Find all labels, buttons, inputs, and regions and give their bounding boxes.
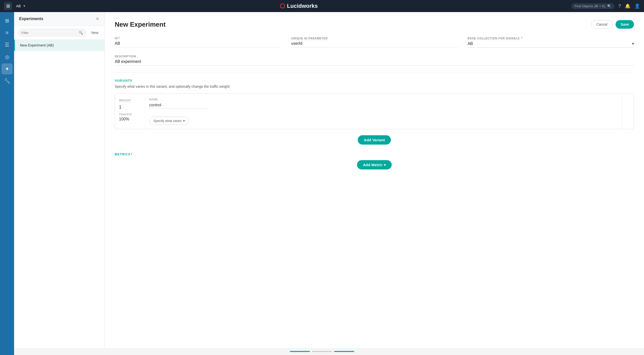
add-metric-label: Add Metric bbox=[363, 163, 383, 167]
app-logo[interactable]: ⊞ bbox=[4, 2, 12, 10]
find-objects-bar[interactable]: Find Objects (⌘ + K) 🔍 bbox=[572, 3, 614, 9]
left-panel: Experiments ✕ 🔍 New New Experiment (AB) bbox=[14, 12, 105, 355]
variants-desc: Specify what varies in this variant, and… bbox=[115, 84, 634, 88]
panel-header: Experiments ✕ bbox=[14, 12, 104, 26]
scroll-tab-3 bbox=[334, 351, 354, 352]
specify-dropdown-icon: ▾ bbox=[183, 119, 185, 123]
specify-what-varies-button[interactable]: Specify what varies ▾ bbox=[149, 117, 189, 125]
brand-name: Lucidworks bbox=[287, 3, 318, 9]
weight-value[interactable]: 1 bbox=[119, 105, 141, 110]
id-field: ID* AB bbox=[115, 37, 281, 48]
variants-label: VARIANTS bbox=[115, 79, 634, 82]
right-panel: New Experiment Cancel Save ID* AB UNIQUE… bbox=[105, 12, 644, 355]
unique-id-label: UNIQUE ID PARAMETER bbox=[291, 37, 457, 40]
scroll-indicator bbox=[0, 348, 644, 355]
variant-row: WEIGHT 1 TRAFFIC 100% NAME Specify what … bbox=[115, 94, 634, 129]
unique-id-value[interactable]: userId bbox=[291, 41, 457, 48]
top-nav: ⊞ AB ▼ ⬡ Lucidworks Find Objects (⌘ + K)… bbox=[0, 0, 644, 12]
experiment-item[interactable]: New Experiment (AB) bbox=[14, 40, 104, 51]
experiment-list: New Experiment (AB) bbox=[14, 40, 104, 355]
sidebar: ⊞ ≡ ☰ ◎ ✦ 🔧 bbox=[0, 12, 14, 355]
scroll-tab-1 bbox=[290, 351, 310, 352]
panel-title: Experiments bbox=[19, 17, 43, 21]
filter-search-icon: 🔍 bbox=[79, 31, 83, 35]
field-row-1: ID* AB UNIQUE ID PARAMETER userId BASE C… bbox=[115, 37, 634, 48]
name-label: NAME bbox=[149, 98, 618, 101]
cancel-button[interactable]: Cancel bbox=[591, 20, 613, 29]
user-icon[interactable]: 👤 bbox=[634, 3, 640, 9]
variant-name-input[interactable] bbox=[149, 103, 210, 109]
app-selector-chevron: ▼ bbox=[23, 4, 26, 8]
add-variant-wrap: Add Variant bbox=[115, 135, 634, 145]
base-collection-value: AB bbox=[468, 41, 473, 46]
app-selector[interactable]: AB ▼ bbox=[16, 4, 26, 8]
current-app-name: AB bbox=[16, 4, 21, 8]
sidebar-item-collections[interactable]: ≡ bbox=[2, 27, 13, 38]
unique-id-field: UNIQUE ID PARAMETER userId bbox=[291, 37, 457, 48]
traffic-label: TRAFFIC bbox=[119, 113, 141, 116]
save-button[interactable]: Save bbox=[616, 20, 634, 29]
notifications-icon[interactable]: 🔔 bbox=[625, 3, 630, 9]
nav-center: ⬡ Lucidworks bbox=[26, 3, 572, 10]
search-icon: 🔍 bbox=[607, 4, 611, 8]
help-icon[interactable]: ? bbox=[618, 4, 621, 9]
add-metric-dropdown-icon: ▾ bbox=[384, 163, 386, 167]
description-value[interactable]: AB experiment bbox=[115, 59, 634, 66]
sidebar-item-experiments[interactable]: ✦ bbox=[2, 63, 13, 74]
specify-what-varies-label: Specify what varies bbox=[153, 119, 182, 123]
scroll-tab-2 bbox=[312, 351, 332, 352]
filter-input[interactable] bbox=[21, 31, 77, 35]
base-collection-select[interactable]: AB ▾ bbox=[468, 41, 634, 48]
variant-weight-col: WEIGHT 1 TRAFFIC 100% bbox=[115, 94, 145, 129]
filter-input-wrap[interactable]: 🔍 bbox=[18, 29, 86, 36]
id-label: ID* bbox=[115, 37, 281, 40]
sidebar-item-analytics[interactable]: ◎ bbox=[2, 51, 13, 62]
panel-close-icon[interactable]: ✕ bbox=[96, 16, 99, 22]
variants-section: VARIANTS Specify what varies in this var… bbox=[115, 79, 634, 145]
base-collection-chevron: ▾ bbox=[632, 41, 634, 46]
main-wrapper: Experiments ✕ 🔍 New New Experiment (AB) … bbox=[14, 12, 644, 355]
weight-label: WEIGHT bbox=[119, 99, 131, 103]
description-field: DESCRIPTION AB experiment bbox=[115, 55, 634, 66]
base-collection-required: * bbox=[520, 37, 522, 40]
field-row-2: DESCRIPTION AB experiment bbox=[115, 55, 634, 66]
id-value[interactable]: AB bbox=[115, 41, 281, 48]
panel-toolbar: 🔍 New bbox=[14, 26, 104, 40]
metrics-required-marker: * bbox=[131, 153, 132, 156]
add-metric-wrap: Add Metric ▾ bbox=[115, 160, 634, 169]
base-collection-field: BASE COLLECTION FOR SIGNALS * AB ▾ bbox=[468, 37, 634, 48]
variant-action-col bbox=[622, 94, 634, 129]
form-header: New Experiment Cancel Save bbox=[115, 20, 634, 29]
nav-right: Find Objects (⌘ + K) 🔍 ? 🔔 👤 bbox=[572, 3, 640, 9]
metrics-section: METRICS* Add Metric ▾ bbox=[115, 153, 634, 169]
header-actions: Cancel Save bbox=[591, 20, 634, 29]
description-label: DESCRIPTION bbox=[115, 55, 634, 58]
find-objects-text: Find Objects (⌘ + K) bbox=[575, 4, 605, 8]
traffic-value: 100% bbox=[119, 117, 141, 121]
experiment-item-name: New Experiment (AB) bbox=[20, 43, 54, 47]
metrics-label: METRICS* bbox=[115, 153, 634, 156]
variants-table: WEIGHT 1 TRAFFIC 100% NAME Specify what … bbox=[115, 94, 634, 129]
id-required-marker: * bbox=[118, 37, 120, 40]
sidebar-item-tools[interactable]: 🔧 bbox=[2, 75, 13, 86]
form-title: New Experiment bbox=[115, 21, 166, 28]
sidebar-item-dashboard[interactable]: ⊞ bbox=[2, 15, 13, 26]
brand-logo: ⬡ Lucidworks bbox=[280, 3, 318, 10]
sidebar-item-rules[interactable]: ☰ bbox=[2, 39, 13, 50]
section-divider bbox=[115, 73, 634, 73]
brand-icon: ⬡ bbox=[280, 3, 285, 10]
add-variant-button[interactable]: Add Variant bbox=[358, 135, 391, 145]
base-collection-label: BASE COLLECTION FOR SIGNALS * bbox=[468, 37, 634, 40]
add-metric-button[interactable]: Add Metric ▾ bbox=[357, 160, 392, 169]
variant-name-col: NAME Specify what varies ▾ bbox=[145, 94, 622, 129]
new-button[interactable]: New bbox=[89, 30, 100, 36]
